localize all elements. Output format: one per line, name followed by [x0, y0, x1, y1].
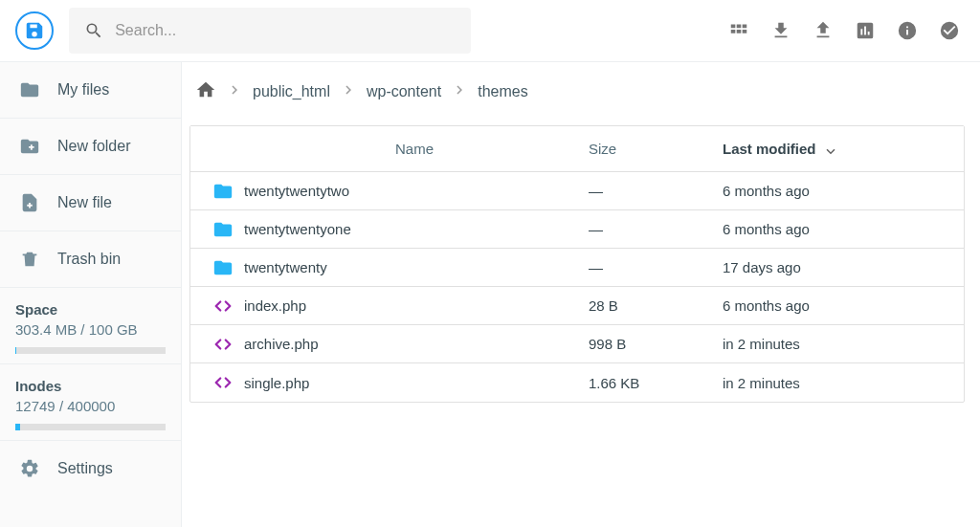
row-name: archive.php [244, 336, 589, 352]
sidebar-item-new-file[interactable]: New file [0, 175, 181, 231]
trash-icon [19, 249, 40, 270]
row-icon [202, 257, 244, 278]
row-size: 28 B [589, 297, 723, 314]
download-button[interactable] [769, 19, 792, 42]
row-size: 998 B [589, 336, 723, 352]
header-modified-label: Last modified [723, 141, 816, 157]
code-icon [212, 296, 234, 317]
sidebar-item-settings[interactable]: Settings [0, 441, 181, 496]
table-row[interactable]: twentytwenty—17 days ago [190, 249, 964, 287]
breadcrumb: public_html wp-content themes [189, 79, 965, 104]
sidebar-item-new-folder[interactable]: New folder [0, 119, 181, 175]
sidebar-item-label: New file [57, 194, 112, 211]
table-header: Name Size Last modified [190, 126, 964, 172]
view-grid-button[interactable] [727, 19, 750, 42]
sidebar-item-label: Settings [57, 460, 113, 477]
folder-icon [212, 181, 234, 202]
header-size[interactable]: Size [589, 141, 723, 157]
new-folder-icon [19, 136, 40, 157]
topbar [0, 0, 980, 61]
chart-icon [855, 20, 876, 41]
top-actions [727, 19, 961, 42]
inodes-bar [15, 424, 166, 430]
chevron-right-icon [340, 81, 357, 102]
folder-icon [19, 79, 40, 100]
row-icon [202, 372, 244, 393]
info-button[interactable] [896, 19, 919, 42]
row-icon [202, 181, 244, 202]
header-modified[interactable]: Last modified [723, 141, 952, 158]
space-value: 303.4 MB / 100 GB [15, 321, 166, 340]
row-name: single.php [244, 375, 589, 391]
breadcrumb-segment[interactable]: public_html [253, 83, 330, 100]
folder-icon [212, 257, 234, 278]
row-name: twentytwentytwo [244, 183, 589, 199]
table-row[interactable]: single.php1.66 KBin 2 minutes [190, 363, 964, 402]
table-row[interactable]: archive.php998 Bin 2 minutes [190, 325, 964, 363]
sidebar-item-label: Trash bin [57, 251, 121, 268]
search-input[interactable] [115, 22, 456, 39]
check-circle-icon [939, 20, 960, 41]
home-icon [195, 79, 216, 100]
search-icon [84, 20, 103, 41]
breadcrumb-segment[interactable]: themes [478, 83, 527, 100]
row-name: index.php [244, 297, 589, 314]
space-label: Space [15, 301, 166, 318]
space-usage: Space 303.4 MB / 100 GB [0, 288, 181, 364]
code-icon [212, 334, 234, 355]
upload-button[interactable] [812, 19, 835, 42]
row-icon [202, 296, 244, 317]
floppy-icon [24, 20, 45, 41]
header-name[interactable]: Name [395, 141, 589, 157]
row-name: twentytwenty [244, 259, 589, 275]
row-icon [202, 334, 244, 355]
row-size: 1.66 KB [589, 375, 723, 391]
app-logo[interactable] [15, 11, 54, 50]
space-bar [15, 347, 166, 354]
new-file-icon [19, 192, 40, 213]
breadcrumb-segment[interactable]: wp-content [367, 83, 441, 100]
sidebar-item-my-files[interactable]: My files [0, 62, 181, 119]
inodes-label: Inodes [15, 378, 166, 394]
inodes-usage: Inodes 12749 / 400000 [0, 364, 181, 441]
sidebar: My files New folder New file Trash bin S… [0, 62, 182, 527]
row-icon [202, 219, 244, 240]
row-size: — [589, 221, 723, 237]
row-modified: 6 months ago [723, 221, 952, 237]
row-modified: 6 months ago [723, 297, 952, 314]
row-modified: 17 days ago [723, 259, 952, 275]
chevron-right-icon [451, 81, 468, 102]
gear-icon [19, 458, 40, 479]
sidebar-item-trash[interactable]: Trash bin [0, 231, 181, 288]
sidebar-item-label: My files [57, 81, 109, 99]
download-icon [770, 20, 791, 41]
folder-icon [212, 219, 234, 240]
breadcrumb-home[interactable] [195, 79, 216, 104]
chevron-right-icon [226, 81, 243, 102]
table-row[interactable]: twentytwentytwo—6 months ago [190, 172, 964, 210]
arrow-down-icon [822, 141, 839, 158]
row-size: — [589, 259, 723, 275]
row-modified: in 2 minutes [723, 336, 952, 352]
row-name: twentytwentyone [244, 221, 589, 237]
done-button[interactable] [938, 19, 961, 42]
code-icon [212, 372, 234, 393]
search-box[interactable] [69, 8, 471, 54]
stats-button[interactable] [854, 19, 877, 42]
main: public_html wp-content themes Name Size … [182, 62, 980, 527]
info-icon [897, 20, 918, 41]
upload-icon [813, 20, 834, 41]
table-row[interactable]: index.php28 B6 months ago [190, 287, 964, 325]
row-size: — [589, 183, 723, 199]
sidebar-item-label: New folder [57, 138, 130, 155]
grid-icon [728, 20, 749, 41]
row-modified: in 2 minutes [723, 375, 952, 391]
inodes-value: 12749 / 400000 [15, 398, 166, 416]
row-modified: 6 months ago [723, 183, 952, 199]
table-row[interactable]: twentytwentyone—6 months ago [190, 210, 964, 249]
file-table: Name Size Last modified twentytwentytwo—… [189, 125, 965, 403]
